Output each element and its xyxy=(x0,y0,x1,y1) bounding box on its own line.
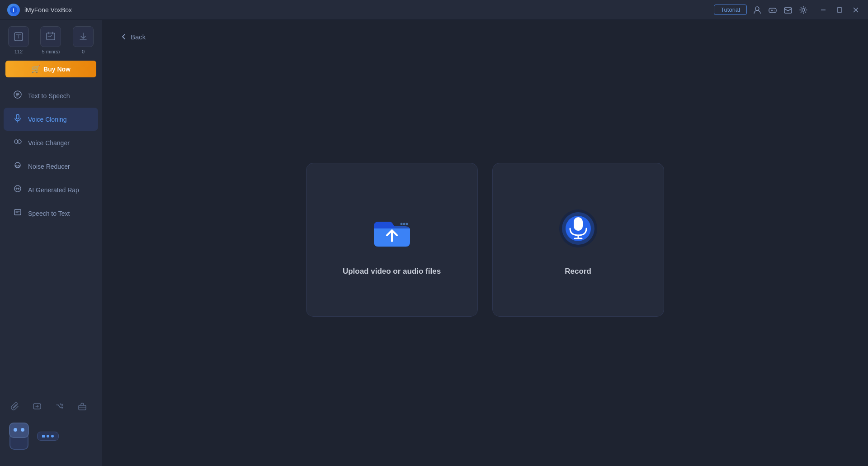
svg-point-7 xyxy=(802,9,805,11)
noise-reducer-label: Noise Reducer xyxy=(28,163,70,170)
back-label: Back xyxy=(131,33,146,41)
stat-minutes: 5 min(s) xyxy=(40,26,61,54)
toolbox-icon[interactable] xyxy=(75,399,90,414)
record-icon-area xyxy=(551,204,605,258)
svg-rect-23 xyxy=(79,405,86,410)
text-to-speech-icon xyxy=(13,90,23,101)
back-button[interactable]: Back xyxy=(120,33,146,41)
sidebar-item-voice-changer[interactable]: Voice Changer xyxy=(4,131,98,154)
speech-to-text-label: Speech to Text xyxy=(28,210,70,217)
chat-bubble xyxy=(37,432,59,441)
ai-rap-label: AI Generated Rap xyxy=(28,186,79,194)
attachment-icon[interactable] xyxy=(7,399,22,414)
sidebar-bottom-icons xyxy=(0,394,102,419)
svg-point-4 xyxy=(774,10,775,10)
downloads-icon-box xyxy=(73,26,94,47)
svg-point-24 xyxy=(400,223,402,225)
mail-icon[interactable] xyxy=(783,5,793,15)
characters-value: 112 xyxy=(14,49,23,54)
voice-cloning-label: Voice Cloning xyxy=(28,116,67,123)
voice-cloning-icon xyxy=(13,114,23,125)
stats-row: T 112 5 min(s) xyxy=(0,20,102,58)
sidebar-item-noise-reducer[interactable]: Noise Reducer xyxy=(4,155,98,178)
text-to-speech-label: Text to Speech xyxy=(28,92,70,100)
bot-avatar-area xyxy=(5,423,102,459)
user-icon[interactable] xyxy=(752,5,762,15)
speech-to-text-icon xyxy=(13,208,23,219)
sidebar-item-text-to-speech[interactable]: Text to Speech xyxy=(4,84,98,107)
svg-point-26 xyxy=(406,223,408,225)
settings-icon[interactable] xyxy=(798,5,808,15)
close-button[interactable] xyxy=(851,5,861,15)
sidebar-item-speech-to-text[interactable]: Speech to Text xyxy=(4,202,98,225)
upload-card[interactable]: Upload video or audio files xyxy=(306,163,478,317)
nav-menu: Text to Speech Voice Cloning xyxy=(0,84,102,225)
gamepad-icon[interactable] xyxy=(768,5,778,15)
loop-icon[interactable] xyxy=(30,399,44,414)
svg-point-20 xyxy=(15,162,20,168)
buy-now-button[interactable]: 🛒 Buy Now xyxy=(5,61,96,77)
voice-changer-icon xyxy=(13,137,23,148)
cards-container: Upload video or audio files xyxy=(120,62,850,453)
sidebar-item-ai-generated-rap[interactable]: AI Generated Rap xyxy=(4,178,98,201)
stat-characters: T 112 xyxy=(8,26,29,54)
downloads-value: 0 xyxy=(82,49,85,54)
svg-point-25 xyxy=(403,223,405,225)
sidebar: T 112 5 min(s) xyxy=(0,20,102,466)
shuffle-icon[interactable] xyxy=(52,399,67,414)
minutes-value: 5 min(s) xyxy=(42,49,60,54)
record-card[interactable]: Record xyxy=(492,163,664,317)
sidebar-item-voice-cloning[interactable]: Voice Cloning xyxy=(4,108,98,131)
titlebar: i iMyFone VoxBox Tutorial xyxy=(0,0,868,20)
characters-icon-box: T xyxy=(8,26,29,47)
titlebar-right: Tutorial xyxy=(714,5,861,15)
svg-rect-30 xyxy=(574,217,583,231)
svg-point-5 xyxy=(774,10,775,11)
svg-rect-6 xyxy=(784,8,792,13)
upload-icon-area xyxy=(365,204,419,258)
svg-text:T: T xyxy=(17,34,20,39)
record-card-label: Record xyxy=(565,267,591,276)
main-layout: T 112 5 min(s) xyxy=(0,20,868,466)
upload-card-label: Upload video or audio files xyxy=(343,267,441,276)
ai-rap-icon xyxy=(13,184,23,195)
window-controls xyxy=(818,5,861,15)
buy-now-label: Buy Now xyxy=(43,66,71,73)
noise-reducer-icon xyxy=(13,161,23,172)
svg-point-2 xyxy=(755,7,759,10)
svg-rect-21 xyxy=(14,209,21,215)
stat-downloads: 0 xyxy=(73,26,94,54)
voice-changer-label: Voice Changer xyxy=(28,139,70,147)
tutorial-button[interactable]: Tutorial xyxy=(714,5,747,15)
bot-avatar xyxy=(5,423,102,450)
minutes-icon-box xyxy=(40,26,61,47)
maximize-button[interactable] xyxy=(835,5,844,15)
app-title: iMyFone VoxBox xyxy=(24,6,714,14)
minimize-button[interactable] xyxy=(818,5,828,15)
cart-icon: 🛒 xyxy=(31,65,40,73)
svg-rect-16 xyxy=(16,114,19,119)
content-area: Back xyxy=(102,20,868,466)
app-logo: i xyxy=(7,4,20,16)
svg-rect-9 xyxy=(837,8,842,12)
svg-text:i: i xyxy=(13,8,14,13)
